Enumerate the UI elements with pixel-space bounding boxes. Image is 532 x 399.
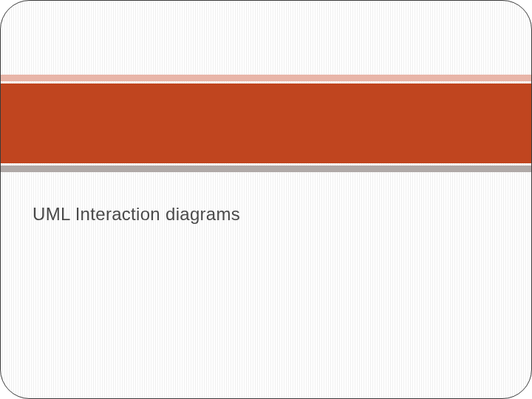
- top-accent-bar: [1, 75, 531, 81]
- slide-title: UML Interaction diagrams: [33, 204, 240, 225]
- main-color-band: [1, 83, 531, 163]
- slide-container: UML Interaction diagrams: [0, 0, 532, 399]
- bottom-accent-bar: [1, 166, 531, 172]
